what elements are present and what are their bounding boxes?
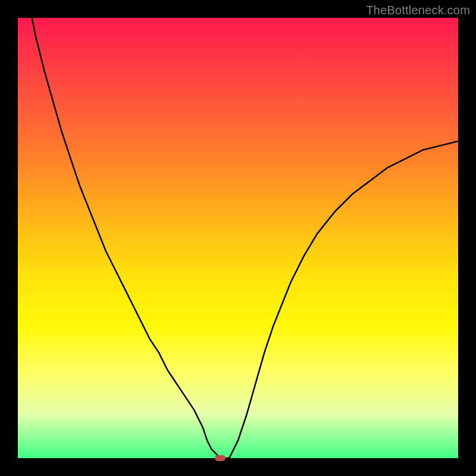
bottleneck-curve bbox=[18, 18, 458, 458]
optimal-point-marker bbox=[215, 455, 226, 461]
chart-frame: TheBottleneck.com bbox=[0, 0, 476, 476]
watermark-text: TheBottleneck.com bbox=[366, 4, 470, 17]
plot-area bbox=[18, 18, 458, 458]
